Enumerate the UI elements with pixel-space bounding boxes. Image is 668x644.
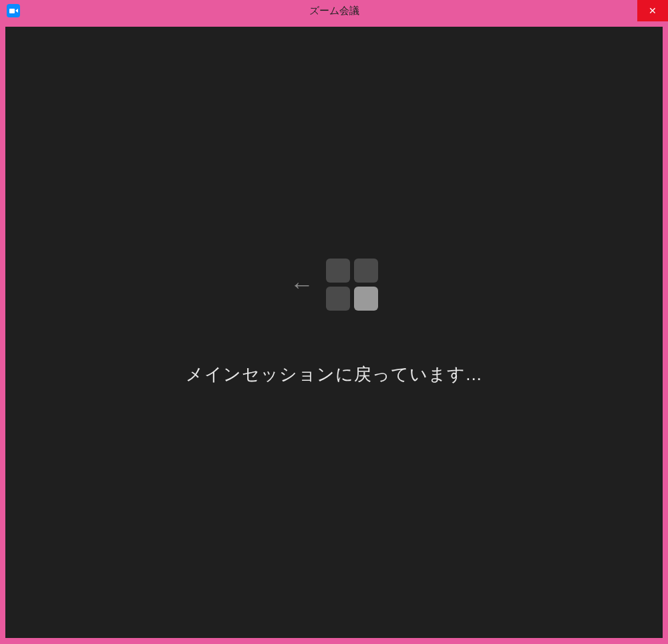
grid-square [326,259,350,283]
grid-square [354,259,378,283]
camera-icon [9,9,18,13]
grid-loader-icon [326,259,378,311]
window-title: ズーム会議 [309,5,359,17]
content-wrapper: ← メインセッションに戻っています... [0,21,668,644]
grid-square [326,287,350,311]
close-icon: ✕ [649,6,657,15]
status-message: メインセッションに戻っています... [186,363,482,386]
arrow-left-icon: ← [290,273,314,297]
zoom-app-icon [7,4,20,17]
meeting-content-area: ← メインセッションに戻っています... [5,27,663,638]
grid-square-active [354,287,378,311]
loading-indicator: ← メインセッションに戻っています... [186,259,482,386]
titlebar[interactable]: ズーム会議 ✕ [0,0,668,21]
app-window: ズーム会議 ✕ ← メインセッションに戻っています... [0,0,668,644]
loading-icon-row: ← [290,259,378,311]
close-button[interactable]: ✕ [637,0,668,21]
